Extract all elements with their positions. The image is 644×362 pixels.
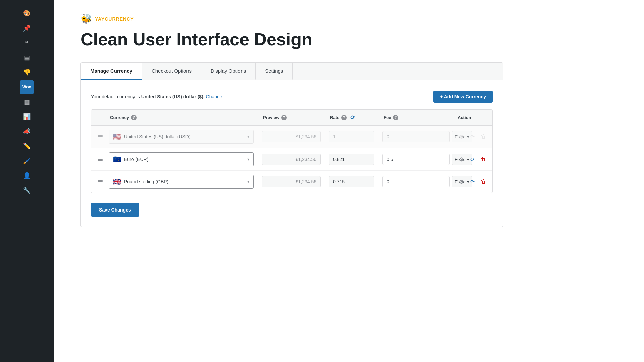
action-cell-usd: ⚙ ⟳ 🗑 <box>452 128 492 145</box>
fee-input-eur[interactable] <box>382 154 450 165</box>
preview-input-usd <box>262 131 321 142</box>
tab-manage-currency[interactable]: Manage Currency <box>81 63 142 80</box>
svg-rect-8 <box>98 183 103 183</box>
tab-checkout-options[interactable]: Checkout Options <box>142 63 201 80</box>
flag-gbp: 🇬🇧 <box>113 178 121 186</box>
currency-select-usd: 🇺🇸 United States (US) dollar (USD) ▾ <box>105 126 258 148</box>
currency-select-eur: 🇪🇺 Euro (EUR) ▾ <box>105 148 258 170</box>
action-cell-gbp: ⚙ ⟳ 🗑 <box>452 173 492 190</box>
svg-rect-1 <box>98 136 103 137</box>
save-area: Save Changes <box>81 196 503 217</box>
sidebar-item-megaphone[interactable]: 📣 <box>20 125 34 138</box>
delete-icon-gbp[interactable]: 🗑 <box>479 177 487 186</box>
refresh-icon-usd: ⟳ <box>469 132 476 141</box>
fee-input-gbp[interactable] <box>382 176 450 187</box>
currency-name-eur: Euro (EUR) <box>124 157 245 162</box>
add-new-currency-button[interactable]: + Add New Currency <box>433 90 493 103</box>
chevron-down-icon: ▾ <box>247 179 249 184</box>
currency-dropdown-gbp[interactable]: 🇬🇧 Pound sterling (GBP) ▾ <box>109 175 254 189</box>
sidebar-item-layers[interactable]: ▤ <box>20 51 34 64</box>
svg-rect-0 <box>98 135 103 136</box>
drag-handle-gbp[interactable] <box>91 175 105 189</box>
th-currency: Currency ? <box>105 110 258 125</box>
currency-select-gbp: 🇬🇧 Pound sterling (GBP) ▾ <box>105 171 258 193</box>
preview-input-eur <box>262 154 321 165</box>
preview-cell-usd <box>258 127 325 146</box>
rate-cell-usd <box>325 127 378 146</box>
sidebar-item-woo[interactable]: Woo <box>20 80 34 94</box>
sidebar-item-pin[interactable]: 📌 <box>20 21 34 35</box>
refresh-icon-eur[interactable]: ⟳ <box>469 155 476 164</box>
save-changes-button[interactable]: Save Changes <box>91 203 139 217</box>
plugin-panel: Manage Currency Checkout Options Display… <box>80 62 503 227</box>
brand-logo-icon: 🐝 <box>80 13 92 24</box>
delete-icon-usd: 🗑 <box>479 132 487 141</box>
chevron-down-icon: ▾ <box>247 134 249 139</box>
rate-help-icon[interactable]: ? <box>341 115 347 120</box>
delete-icon-eur[interactable]: 🗑 <box>479 155 487 164</box>
currency-dropdown-usd[interactable]: 🇺🇸 United States (US) dollar (USD) ▾ <box>109 130 254 144</box>
table-row: 🇺🇸 United States (US) dollar (USD) ▾ <box>91 126 492 148</box>
tab-display-options[interactable]: Display Options <box>201 63 256 80</box>
flag-eur: 🇪🇺 <box>113 155 121 163</box>
th-action: Action <box>452 110 492 125</box>
settings-icon-usd: ⚙ <box>458 132 465 141</box>
sidebar: 🎨 📌 ❝ ▤ 👎 Woo ▦ 📊 📣 ✏️ 🖌️ 👤 🔧 <box>0 0 54 362</box>
content-area: Your default currency is United States (… <box>81 80 503 196</box>
preview-cell-eur <box>258 149 325 169</box>
table-row: 🇬🇧 Pound sterling (GBP) ▾ <box>91 171 492 193</box>
fee-help-icon[interactable]: ? <box>393 115 398 120</box>
refresh-icon-gbp[interactable]: ⟳ <box>469 177 476 186</box>
tab-settings[interactable]: Settings <box>256 63 293 80</box>
sidebar-item-quote[interactable]: ❝ <box>20 36 34 50</box>
currency-dropdown-eur[interactable]: 🇪🇺 Euro (EUR) ▾ <box>109 152 254 166</box>
svg-rect-5 <box>98 160 103 161</box>
default-currency-name: United States (US) dollar ($). <box>141 94 205 99</box>
sidebar-item-brush[interactable]: 🖌️ <box>20 154 34 168</box>
settings-icon-eur[interactable]: ⚙ <box>458 155 465 164</box>
drag-handle-eur[interactable] <box>91 152 105 166</box>
svg-rect-7 <box>98 181 103 182</box>
settings-icon-gbp[interactable]: ⚙ <box>458 177 465 186</box>
brand-name: YAYCURRENCY <box>95 16 134 22</box>
rate-input-eur[interactable] <box>329 154 374 165</box>
fee-input-usd <box>382 131 450 142</box>
rate-cell-gbp <box>325 172 378 191</box>
sidebar-item-table[interactable]: ▦ <box>20 95 34 109</box>
rate-refresh-icon[interactable]: ⟳ <box>350 114 355 121</box>
sidebar-item-wrench[interactable]: 🔧 <box>20 184 34 197</box>
th-drag <box>91 110 105 125</box>
svg-rect-2 <box>98 138 103 138</box>
default-currency-text: Your default currency is United States (… <box>91 94 222 99</box>
sidebar-item-chart[interactable]: 📊 <box>20 110 34 123</box>
th-rate: Rate ? ⟳ <box>325 110 378 125</box>
sidebar-item-person[interactable]: 👤 <box>20 169 34 182</box>
main-content: 🐝 YAYCURRENCY Clean User Interface Desig… <box>54 0 644 362</box>
fee-cell-usd: Fixed ▾ <box>378 127 452 146</box>
brand-header: 🐝 YAYCURRENCY <box>80 13 617 24</box>
sidebar-item-pen[interactable]: ✏️ <box>20 139 34 153</box>
woo-icon: Woo <box>20 80 34 94</box>
sidebar-item-thumb[interactable]: 👎 <box>20 66 34 79</box>
rate-input-usd <box>329 131 374 142</box>
chevron-down-icon: ▾ <box>247 157 249 162</box>
currency-help-icon[interactable]: ? <box>131 115 137 120</box>
flag-usd: 🇺🇸 <box>113 133 121 141</box>
currency-name-usd: United States (US) dollar (USD) <box>124 134 245 139</box>
currency-name-gbp: Pound sterling (GBP) <box>124 179 245 184</box>
drag-handle-usd[interactable] <box>91 130 105 144</box>
preview-help-icon[interactable]: ? <box>281 115 287 120</box>
preview-input-gbp <box>262 176 321 187</box>
th-preview: Preview ? <box>258 110 325 125</box>
action-cell-eur: ⚙ ⟳ 🗑 <box>452 150 492 168</box>
svg-rect-6 <box>98 180 103 181</box>
rate-input-gbp[interactable] <box>329 176 374 187</box>
change-currency-link[interactable]: Change <box>206 94 222 99</box>
table-row: 🇪🇺 Euro (EUR) ▾ Fixed <box>91 148 492 171</box>
sidebar-item-paint[interactable]: 🎨 <box>20 7 34 20</box>
fee-cell-eur: Fixed ▾ <box>378 149 452 169</box>
default-currency-notice: Your default currency is United States (… <box>91 90 493 103</box>
svg-rect-3 <box>98 158 103 158</box>
fee-cell-gbp: Fixed ▾ <box>378 172 452 191</box>
page-title: Clean User Interface Design <box>80 30 617 49</box>
